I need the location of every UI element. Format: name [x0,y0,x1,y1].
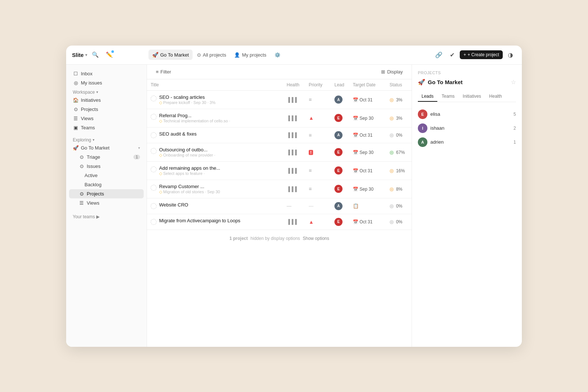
display-button[interactable]: ⊞ Display [378,68,406,76]
projects-table-container: Title Health Priority Lead Target Date S… [147,79,412,347]
table-row[interactable]: Outsourcing of outbo... ◇ Onboarding of … [147,143,412,161]
exploring-chevron: ▾ [93,138,94,142]
row-subtitle: ◇ Migration of old stories · Sep 30 [159,190,220,194]
status-icon: ◎ [390,203,394,209]
theme-toggle-button[interactable]: ◑ [505,49,516,60]
tab-all-projects[interactable]: ⊙ All projects [193,50,230,60]
row-check[interactable] [151,96,157,103]
panel-tab-leads[interactable]: Leads [418,91,437,102]
table-row[interactable]: Referral Prog... ◇ Technical implementat… [147,109,412,127]
cell-health: ▐▐▐ [283,90,305,109]
table-body: SEO - scaling articles ◇ Prepare kickoff… [147,90,412,230]
inbox-icon: ☐ [73,71,79,76]
cell-priority: — [305,198,331,214]
triage-badge: 1 [133,155,140,159]
status-pct: 0% [396,133,402,138]
exploring-section-header[interactable]: Exploring ▾ [69,135,144,143]
row-title: Add remaining apps on the... [159,165,220,171]
search-button[interactable]: 🔍 [90,49,101,60]
cell-lead: E [331,180,349,198]
sidebar-item-projects-sub[interactable]: ⊙ Projects [69,189,144,198]
table-row[interactable]: Website CRO — — A 📋 ◎ 0% [147,198,412,214]
go-to-market-nav-icon: 🚀 [73,145,79,151]
tab-starred[interactable]: ⚙️ [271,50,284,60]
views-icon: ☰ [73,116,79,121]
subtitle-icon: ◇ [159,100,162,105]
top-bar: Slite ▾ 🔍 ✏️ 🚀 Go To Market ⊙ All projec… [66,46,522,65]
cell-title: SEO - scaling articles ◇ Prepare kickoff… [147,90,283,109]
row-check[interactable] [151,166,157,173]
col-status: Status [386,79,412,91]
priority-med-icon: ≡ [309,168,312,173]
show-options-link[interactable]: Show options [303,236,329,241]
sidebar-item-inbox[interactable]: ☐ Inbox [69,69,144,78]
sidebar-item-active[interactable]: Active [69,171,144,180]
target-date: 📅 Oct 31 [353,133,373,138]
health-bar-icon: ▐▐▐ [287,219,297,224]
table-row[interactable]: Add remaining apps on the... ◇ Select ap… [147,161,412,180]
target-date: 📅 Oct 31 [353,97,373,103]
compose-button[interactable]: ✏️ [104,49,115,60]
row-check[interactable] [151,132,157,139]
priority-med-icon: ≡ [309,186,312,192]
status-icon: ◎ [390,219,394,224]
table-row[interactable]: SEO audit & fixes ▐▐▐ ≡ A 📅 Oct 31 ◎ 0% [147,127,412,143]
sidebar-item-backlog[interactable]: Backlog [69,180,144,189]
lead-row[interactable]: E elisa 5 [418,107,516,121]
tab-go-to-market[interactable]: 🚀 Go To Market [148,50,193,60]
panel-tabs: Leads Teams Initiatives Health [418,91,516,102]
sidebar-item-views[interactable]: ☰ Views [69,114,144,123]
lead-avatar: E [334,185,343,193]
tab-my-projects[interactable]: 👤 My projects [230,50,270,60]
col-lead: Lead [331,79,349,91]
status-icon: ◎ [390,150,394,155]
sidebar-item-projects[interactable]: ⊙ Projects [69,105,144,114]
sidebar-item-teams[interactable]: ▣ Teams [69,123,144,132]
panel-tab-initiatives[interactable]: Initiatives [459,91,485,102]
table-row[interactable]: Migrate from Activecampaign to Loops ▐▐▐… [147,214,412,230]
sidebar-item-my-issues[interactable]: ◎ My issues [69,78,144,87]
content-area: ≡ Filter ⊞ Display Title Health Prior [147,65,412,347]
sidebar-item-initiatives[interactable]: 🏠 Initiatives [69,96,144,105]
row-check[interactable] [151,219,157,226]
lead-avatar: A [418,137,427,147]
panel-tab-teams[interactable]: Teams [438,91,458,102]
lead-avatar: A [334,131,343,139]
cell-title: Migrate from Activecampaign to Loops [147,214,283,230]
status-icon: ◎ [390,97,394,103]
cell-priority: ▲ [305,109,331,127]
row-check[interactable] [151,185,157,192]
table-row[interactable]: SEO - scaling articles ◇ Prepare kickoff… [147,90,412,109]
create-project-button[interactable]: + + Create project [460,50,503,59]
workspace-section-header[interactable]: Workspace ▾ [69,87,144,96]
cell-target-date: 📅 Oct 31 [349,161,386,180]
teams-icon: ▣ [73,125,79,130]
target-date: 📅 Oct 31 [353,168,373,173]
check-button[interactable]: ✔ [447,49,458,60]
row-check[interactable] [151,114,157,121]
link-button[interactable]: 🔗 [433,49,444,60]
table-row[interactable]: Revamp Customer ... ◇ Migration of old s… [147,180,412,198]
sidebar-item-issues[interactable]: ⊙ Issues [69,162,144,171]
col-title: Title [147,79,283,91]
main-layout: ☐ Inbox ◎ My issues Workspace ▾ 🏠 Initia… [66,65,522,347]
sidebar-item-go-to-market[interactable]: 🚀 Go To Market ▾ [69,143,144,152]
panel-tab-health[interactable]: Health [485,91,506,102]
filter-button[interactable]: ≡ Filter [153,68,174,76]
app-name[interactable]: Slite ▾ [72,52,87,58]
cell-status: ◎ 0% [386,127,412,143]
lead-row[interactable]: A adrien 1 [418,135,516,149]
starred-icon: ⚙️ [275,52,280,58]
initiatives-icon: 🏠 [73,97,79,103]
your-teams-header[interactable]: Your teams ▶ [69,212,144,220]
lead-row[interactable]: I ishaan 2 [418,121,516,135]
health-empty-icon: — [287,203,291,209]
col-target-date: Target Date [349,79,386,91]
workspace-chevron: ▾ [96,90,98,94]
sidebar-item-views-sub[interactable]: ☰ Views [69,198,144,208]
issues-icon: ⊙ [79,163,85,169]
sidebar-item-triage[interactable]: ⊙ Triage 1 [69,152,144,162]
star-project-button[interactable]: ☆ [511,79,516,86]
row-check[interactable] [151,203,157,210]
row-check[interactable] [151,148,157,155]
